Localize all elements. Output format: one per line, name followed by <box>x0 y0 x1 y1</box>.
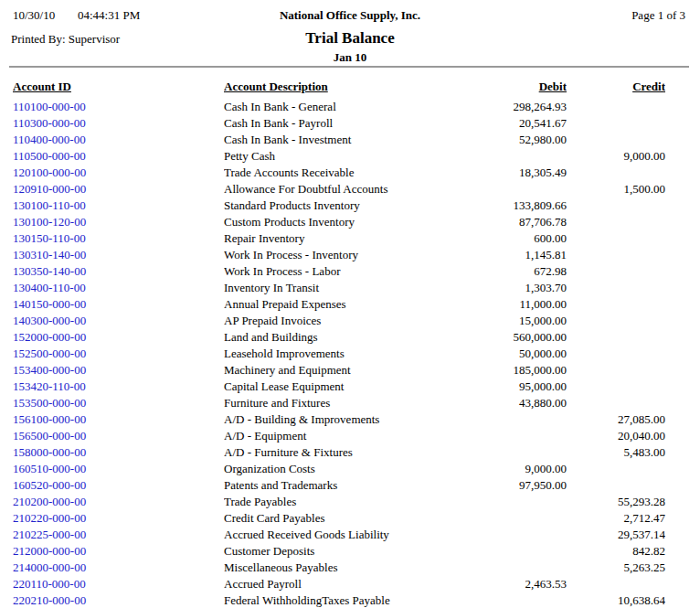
account-id-link[interactable]: 130400-110-00 <box>13 280 224 296</box>
table-row: 110500-000-00Petty Cash9,000.00 <box>13 148 665 165</box>
table-row: 130400-110-00Inventory In Transit1,303.7… <box>13 280 665 296</box>
account-description: Cash In Bank - Payroll <box>224 115 475 132</box>
account-description: Cash In Bank - Investment <box>224 132 475 148</box>
account-id-link[interactable]: 156100-000-00 <box>13 411 224 428</box>
account-id-link[interactable]: 156500-000-00 <box>13 428 224 444</box>
table-row: 130350-140-00Work In Process - Labor672.… <box>13 263 665 280</box>
header-divider <box>9 66 689 68</box>
debit-amount: 87,706.78 <box>475 214 567 230</box>
account-id-link[interactable]: 110300-000-00 <box>13 115 224 132</box>
account-description: Organization Costs <box>224 461 475 477</box>
account-description: Customer Deposits <box>224 543 475 560</box>
credit-amount: 20,040.00 <box>567 428 665 444</box>
credit-amount: 842.82 <box>567 543 665 560</box>
account-description: Furniture and Fixtures <box>224 395 475 411</box>
table-row: 153420-110-00Capital Lease Equipment95,0… <box>13 379 665 395</box>
trial-balance-table: Account ID Account Description Debit Cre… <box>13 79 665 608</box>
debit-amount: 15,000.00 <box>475 313 567 329</box>
account-id-link[interactable]: 158000-000-00 <box>13 444 224 461</box>
debit-amount: 43,880.00 <box>475 395 567 411</box>
account-id-link[interactable]: 210220-000-00 <box>13 510 224 527</box>
account-id-link[interactable]: 153500-000-00 <box>13 395 224 411</box>
account-id-link[interactable]: 140150-000-00 <box>13 296 224 313</box>
account-id-link[interactable]: 153420-110-00 <box>13 379 224 395</box>
account-id-link[interactable]: 120100-000-00 <box>13 165 224 181</box>
account-description: A/D - Building & Improvements <box>224 411 475 428</box>
credit-amount: 5,483.00 <box>567 444 665 461</box>
debit-amount: 560,000.00 <box>475 329 567 346</box>
credit-amount: 10,638.64 <box>567 592 665 608</box>
account-description: Inventory In Transit <box>224 280 475 296</box>
debit-amount: 52,980.00 <box>475 132 567 148</box>
company-name: National Office Supply, Inc. <box>0 8 700 23</box>
table-row: 156500-000-00A/D - Equipment20,040.00 <box>13 428 665 444</box>
table-row: 210225-000-00Accrued Received Goods Liab… <box>13 527 665 543</box>
account-description: Work In Process - Labor <box>224 263 475 280</box>
account-description: Accrued Payroll <box>224 576 475 592</box>
credit-amount: 9,000.00 <box>567 148 665 165</box>
debit-amount: 9,000.00 <box>475 461 567 477</box>
account-id-link[interactable]: 130100-120-00 <box>13 214 224 230</box>
account-description: Cash In Bank - General <box>224 99 475 115</box>
account-id-link[interactable]: 153400-000-00 <box>13 362 224 379</box>
debit-amount: 672.98 <box>475 263 567 280</box>
table-row: 110100-000-00Cash In Bank - General298,2… <box>13 99 665 115</box>
account-id-link[interactable]: 140300-000-00 <box>13 313 224 329</box>
account-id-link[interactable]: 110400-000-00 <box>13 132 224 148</box>
debit-amount: 1,145.81 <box>475 247 567 263</box>
credit-amount: 29,537.14 <box>567 527 665 543</box>
account-id-link[interactable]: 220210-000-00 <box>13 592 224 608</box>
page-indicator: Page 1 of 3 <box>631 8 685 23</box>
account-id-link[interactable]: 110500-000-00 <box>13 148 224 165</box>
debit-amount: 97,950.00 <box>475 477 567 494</box>
account-id-link[interactable]: 210225-000-00 <box>13 527 224 543</box>
table-row: 152000-000-00Land and Buildings560,000.0… <box>13 329 665 346</box>
account-id-link[interactable]: 152000-000-00 <box>13 329 224 346</box>
account-id-link[interactable]: 152500-000-00 <box>13 346 224 362</box>
table-row: 158000-000-00A/D - Furniture & Fixtures5… <box>13 444 665 461</box>
account-description: Capital Lease Equipment <box>224 379 475 395</box>
account-id-link[interactable]: 220110-000-00 <box>13 576 224 592</box>
column-header-credit: Credit <box>567 79 665 95</box>
account-id-link[interactable]: 160510-000-00 <box>13 461 224 477</box>
table-row: 130150-110-00Repair Inventory600.00 <box>13 230 665 247</box>
table-row: 140300-000-00AP Prepaid Invoices15,000.0… <box>13 313 665 329</box>
debit-amount: 1,303.70 <box>475 280 567 296</box>
report-page: 10/30/10 04:44:31 PM National Office Sup… <box>0 0 700 608</box>
debit-amount: 11,000.00 <box>475 296 567 313</box>
account-description: Land and Buildings <box>224 329 475 346</box>
table-row: 153500-000-00Furniture and Fixtures43,88… <box>13 395 665 411</box>
table-row: 156100-000-00A/D - Building & Improvemen… <box>13 411 665 428</box>
account-id-link[interactable]: 130350-140-00 <box>13 263 224 280</box>
account-id-link[interactable]: 214000-000-00 <box>13 560 224 576</box>
column-header-debit: Debit <box>475 79 567 95</box>
account-id-link[interactable]: 120910-000-00 <box>13 181 224 197</box>
debit-amount: 185,000.00 <box>475 362 567 379</box>
table-row: 120100-000-00Trade Accounts Receivable18… <box>13 165 665 181</box>
account-id-link[interactable]: 130150-110-00 <box>13 230 224 247</box>
table-row: 120910-000-00Allowance For Doubtful Acco… <box>13 181 665 197</box>
debit-amount: 95,000.00 <box>475 379 567 395</box>
account-id-link[interactable]: 110100-000-00 <box>13 99 224 115</box>
account-id-link[interactable]: 210200-000-00 <box>13 494 224 510</box>
account-description: AP Prepaid Invoices <box>224 313 475 329</box>
table-row: 214000-000-00Miscellaneous Payables5,263… <box>13 560 665 576</box>
credit-amount: 5,263.25 <box>567 560 665 576</box>
credit-amount: 27,085.00 <box>567 411 665 428</box>
table-row: 220210-000-00Federal WithholdingTaxes Pa… <box>13 592 665 608</box>
account-id-link[interactable]: 160520-000-00 <box>13 477 224 494</box>
account-description: Leasehold Improvements <box>224 346 475 362</box>
account-id-link[interactable]: 130310-140-00 <box>13 247 224 263</box>
account-description: Work In Process - Inventory <box>224 247 475 263</box>
report-period: Jan 10 <box>0 50 700 65</box>
credit-amount: 1,500.00 <box>567 181 665 197</box>
account-id-link[interactable]: 212000-000-00 <box>13 543 224 560</box>
account-id-link[interactable]: 130100-110-00 <box>13 197 224 214</box>
table-row: 130100-120-00Custom Products Inventory87… <box>13 214 665 230</box>
debit-amount: 20,541.67 <box>475 115 567 132</box>
table-row: 210200-000-00Trade Payables55,293.28 <box>13 494 665 510</box>
account-description: Credit Card Payables <box>224 510 475 527</box>
table-row: 160510-000-00Organization Costs9,000.00 <box>13 461 665 477</box>
table-row: 160520-000-00Patents and Trademarks97,95… <box>13 477 665 494</box>
account-description: Patents and Trademarks <box>224 477 475 494</box>
